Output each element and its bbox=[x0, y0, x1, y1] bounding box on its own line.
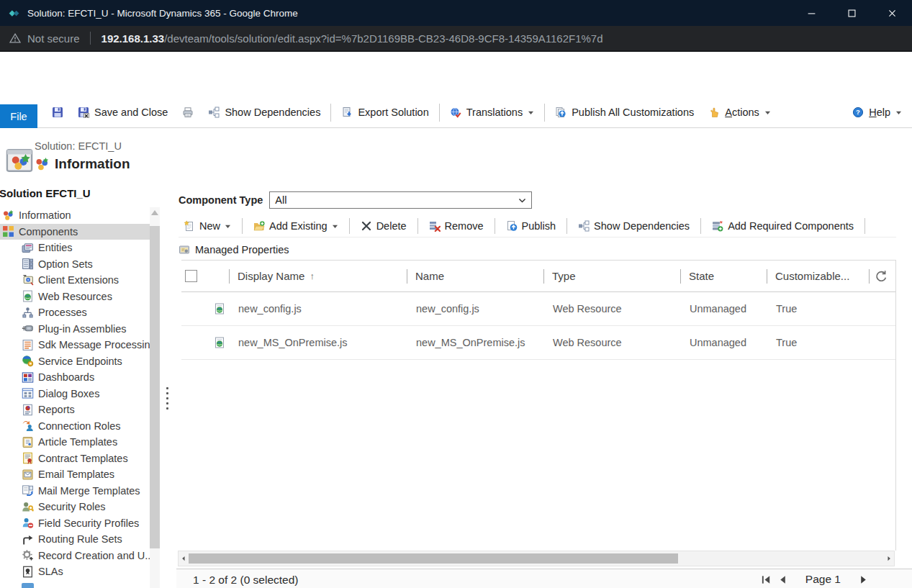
sidebar-item-reports[interactable]: Reports bbox=[0, 402, 150, 418]
sidebar-item-components[interactable]: Components bbox=[0, 224, 150, 240]
sidebar-item-slas[interactable]: SLAs bbox=[0, 564, 150, 580]
sidebar-item-processes[interactable]: Processes bbox=[0, 304, 150, 321]
table-row[interactable]: new_MS_OnPremise.jsnew_MS_OnPremise.jsWe… bbox=[181, 326, 895, 360]
previous-page-button[interactable] bbox=[777, 574, 788, 585]
dropdown-caret-icon bbox=[225, 223, 231, 230]
column-header-customizable[interactable]: Customizable... bbox=[767, 261, 869, 291]
sidebar-item-routing-rule-sets[interactable]: Routing Rule Sets bbox=[0, 531, 150, 548]
export-solution-button[interactable]: Export Solution bbox=[334, 107, 435, 118]
next-page-button[interactable] bbox=[858, 574, 869, 585]
add-required-components-button[interactable]: Add Required Components bbox=[707, 220, 859, 232]
sidebar-item-entities[interactable]: Entities bbox=[0, 240, 150, 256]
slas-icon bbox=[22, 566, 34, 578]
connection-roles-icon bbox=[22, 420, 34, 432]
show-dependencies-button[interactable]: Show Dependencies bbox=[201, 107, 328, 118]
publish-icon bbox=[506, 220, 518, 232]
component-type-row: Component Type All bbox=[179, 191, 532, 209]
sidebar-item-dashboards[interactable]: Dashboards bbox=[0, 369, 150, 386]
minimize-button[interactable] bbox=[791, 0, 831, 26]
column-header-label: Customizable... bbox=[775, 270, 849, 282]
sidebar-item-label: Information bbox=[19, 209, 71, 221]
save-and-close-button[interactable]: Save and Close bbox=[71, 107, 175, 118]
sidebar-item-label: Email Templates bbox=[38, 469, 114, 480]
sidebar-item-sdk-message-processin[interactable]: Sdk Message Processin... bbox=[0, 337, 150, 353]
sidebar-item-contract-templates[interactable]: Contract Templates bbox=[0, 451, 150, 467]
solution-sidebar: Solution EFCTI_U InformationComponentsEn… bbox=[0, 186, 167, 588]
ribbon-help-area: ?Help bbox=[845, 97, 909, 127]
sidebar-item-label: Reports bbox=[38, 404, 75, 415]
maximize-button[interactable] bbox=[831, 0, 872, 26]
managed-properties-button[interactable]: Managed Properties bbox=[179, 240, 289, 259]
print-button[interactable] bbox=[175, 107, 201, 118]
sidebar-item-article-templates[interactable]: Article Templates bbox=[0, 434, 150, 451]
publish-all-customizations-button[interactable]: Publish All Customizations bbox=[548, 107, 701, 118]
sidebar-item-client-extensions[interactable]: Client Extensions bbox=[0, 272, 150, 289]
refresh-button[interactable] bbox=[873, 268, 889, 284]
table-row[interactable]: new_config.jsnew_config.jsWeb ResourceUn… bbox=[181, 292, 895, 326]
browser-address-bar[interactable]: Not secure 192.168.1.33/devteam/tools/so… bbox=[0, 26, 912, 52]
partial-tree-item-icon bbox=[22, 583, 34, 588]
scroll-left-arrow-icon bbox=[180, 555, 187, 562]
file-tab[interactable]: File bbox=[0, 104, 37, 128]
first-page-button[interactable] bbox=[761, 574, 772, 585]
show-dependencies-icon bbox=[578, 220, 590, 232]
component-type-select[interactable]: All bbox=[269, 191, 532, 209]
grid-status-bar: 1 - 2 of 2 (0 selected) Page 1 bbox=[176, 569, 912, 588]
select-all-checkbox[interactable] bbox=[185, 270, 197, 282]
close-button[interactable] bbox=[872, 0, 912, 26]
sidebar-item-information[interactable]: Information bbox=[0, 207, 150, 224]
reports-icon bbox=[22, 404, 34, 416]
sidebar-item-label: SLAs bbox=[38, 566, 63, 577]
save-button[interactable] bbox=[45, 107, 71, 118]
not-secure-warning-icon[interactable] bbox=[9, 32, 21, 44]
actions-button[interactable]: Actions bbox=[701, 107, 778, 118]
translations-button[interactable]: Translations bbox=[443, 107, 541, 118]
sidebar-scrollbar-thumb[interactable] bbox=[150, 226, 160, 548]
scroll-up-arrow-icon[interactable] bbox=[151, 210, 158, 215]
sidebar-scrollbar[interactable] bbox=[150, 207, 160, 588]
button-label: Publish All Customizations bbox=[572, 107, 694, 118]
publish-button[interactable]: Publish bbox=[501, 220, 561, 232]
command-ribbon: File Save and CloseShow DependenciesExpo… bbox=[0, 97, 912, 128]
sidebar-item-field-security-profiles[interactable]: Field Security Profiles bbox=[0, 515, 150, 532]
horizontal-scrollbar[interactable] bbox=[178, 551, 895, 566]
sidebar-item-dialog-boxes[interactable]: Dialog Boxes bbox=[0, 386, 150, 402]
export-solution-icon bbox=[341, 107, 353, 118]
sidebar-item-service-endpoints[interactable]: Service Endpoints bbox=[0, 353, 150, 370]
sidebar-item-record-creation-and-u[interactable]: Record Creation and U... bbox=[0, 548, 150, 564]
button-label: Show Dependencies bbox=[594, 220, 690, 232]
record-creation-icon bbox=[22, 549, 34, 561]
article-templates-icon bbox=[22, 436, 34, 448]
column-header-name[interactable]: Name bbox=[407, 261, 543, 291]
add-existing-button[interactable]: Add Existing bbox=[248, 220, 343, 232]
sidebar-item-connection-roles[interactable]: Connection Roles bbox=[0, 418, 150, 435]
scroll-right-button[interactable] bbox=[884, 551, 894, 566]
sidebar-item-security-roles[interactable]: Security Roles bbox=[0, 499, 150, 515]
scroll-left-button[interactable] bbox=[179, 551, 189, 566]
sidebar-item-email-templates[interactable]: Email Templates bbox=[0, 466, 150, 483]
sidebar-item-web-resources[interactable]: Web Resources bbox=[0, 289, 150, 305]
managed-properties-icon bbox=[179, 244, 190, 255]
dialog-boxes-icon bbox=[22, 387, 34, 399]
sidebar-item-plug-in-assemblies[interactable]: Plug-in Assemblies bbox=[0, 321, 150, 338]
column-header-state[interactable]: State bbox=[680, 261, 767, 291]
solution-breadcrumb: Solution: EFCTI_U bbox=[35, 140, 122, 152]
sidebar-resize-handle[interactable] bbox=[164, 384, 170, 412]
delete-button[interactable]: Delete bbox=[356, 220, 412, 232]
column-header-type[interactable]: Type bbox=[543, 261, 680, 291]
component-tree: InformationComponentsEntitiesOption Sets… bbox=[0, 207, 150, 588]
column-header-display-name[interactable]: Display Name↑ bbox=[229, 261, 407, 291]
horizontal-scrollbar-thumb[interactable] bbox=[189, 553, 678, 564]
sidebar-item-label: Connection Roles bbox=[38, 420, 120, 432]
add-required-components-icon bbox=[712, 220, 723, 232]
toolbar-separator bbox=[566, 218, 567, 234]
help-button[interactable]: ?Help bbox=[845, 107, 909, 118]
cell-state: Unmanaged bbox=[680, 326, 767, 359]
sidebar-item-label: Service Endpoints bbox=[38, 356, 122, 367]
information-icon bbox=[35, 157, 50, 172]
show-dependencies-button[interactable]: Show Dependencies bbox=[573, 220, 695, 232]
sidebar-item-mail-merge-templates[interactable]: Mail Merge Templates bbox=[0, 483, 150, 499]
new-button[interactable]: New bbox=[179, 220, 236, 232]
remove-button[interactable]: Remove bbox=[424, 220, 489, 232]
sidebar-item-option-sets[interactable]: Option Sets bbox=[0, 256, 150, 273]
